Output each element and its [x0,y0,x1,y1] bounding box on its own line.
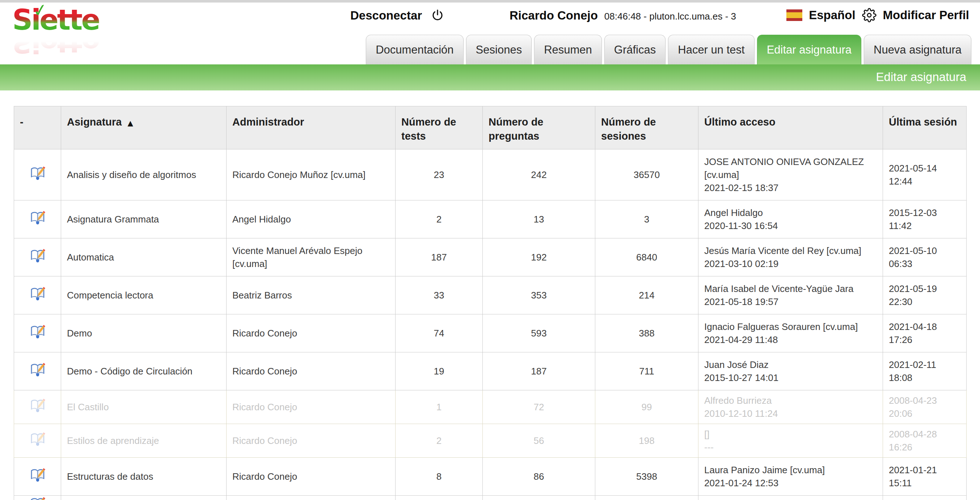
tab[interactable]: Nueva asignatura [864,35,971,64]
sort-asc-icon: ▲ [128,119,133,127]
edit-subject-book-icon[interactable] [29,165,46,182]
table-row: Demo - Código de Circulación Ricardo Con… [14,352,967,390]
cell-administrador [226,496,396,500]
table-row: Competencia lectora Beatriz Barros 33 35… [14,276,967,314]
cell-ultima-sesion: 2008-04-28 16:26 [883,424,967,458]
tab[interactable]: Gráficas [605,35,665,64]
column-header-numero-preguntas[interactable]: Número de preguntas [483,106,595,149]
cell-numero-preguntas: 353 [483,276,595,314]
cell-ultima-sesion: 2021-02-11 18:08 [883,352,967,390]
session-info: 08:46:48 - pluton.lcc.uma.es - 3 [605,11,736,22]
cell-administrador: Ricardo Conejo [226,352,396,390]
ultimo-acceso-fecha: 2021-04-29 11:48 [704,333,877,346]
cell-numero-tests: 2 [396,200,483,238]
edit-subject-book-icon[interactable] [29,324,46,340]
column-header-asignatura[interactable]: Asignatura ▲ [61,106,226,149]
cell-administrador: Ricardo Conejo [226,458,396,496]
cell-numero-tests: 8 [396,458,483,496]
cell-asignatura: El Castillo [61,390,226,424]
ultimo-acceso-usuario: Juan José Diaz [704,358,877,371]
cell-asignatura: Automatica [61,238,226,276]
cell-asignatura: Demo [61,314,226,352]
cell-numero-sesiones: 6840 [595,238,698,276]
cell-numero-tests: 1 [396,390,483,424]
siette-logo[interactable]: ✓ Siette Siette [12,6,107,56]
cell-ultimo-acceso: Angel Hidalgo 2020-11-30 16:54 [698,200,883,238]
cell-ultima-sesion: 2015-12-03 11:42 [883,200,967,238]
cell-numero-sesiones: 198 [595,424,698,458]
column-header-numero-tests[interactable]: Número de tests [396,106,483,149]
tab[interactable]: Documentación [366,35,463,64]
column-header-ultima-sesion[interactable]: Última sesión [883,106,967,149]
column-header-ultimo-acceso[interactable]: Último acceso [698,106,883,149]
column-header-blank: - [14,106,61,149]
header-right: Español Modificar Perfil [786,8,969,22]
cell-numero-sesiones: 388 [595,314,698,352]
modify-profile-button[interactable]: Modificar Perfil [883,8,969,22]
edit-subject-book-icon[interactable] [29,496,46,500]
cell-numero-preguntas: 192 [483,238,595,276]
cell-ultima-sesion: 2021-05-10 06:33 [883,238,967,276]
column-header-administrador[interactable]: Administrador [226,106,396,149]
table-body: Analisis y diseño de algoritmos Ricardo … [14,149,967,500]
tab[interactable]: Sesiones [466,35,532,64]
disconnect-button[interactable]: Desconectar [350,9,444,22]
cell-numero-tests: 187 [396,238,483,276]
cell-asignatura: Estructuras de datos [61,458,226,496]
ultimo-acceso-usuario: Alfredo Burrieza [704,394,877,407]
cell-ultima-sesion: 2021-01-21 15:11 [883,458,967,496]
tab[interactable]: Editar asignatura [757,35,861,64]
user-info: Ricardo Conejo 08:46:48 - pluton.lcc.uma… [509,9,736,22]
table-row: Estructuras de datos Ricardo Conejo 8 86… [14,458,967,496]
disconnect-label: Desconectar [350,9,422,22]
edit-subject-book-icon[interactable] [29,431,46,448]
cell-numero-tests: 74 [396,314,483,352]
tab[interactable]: Hacer un test [668,35,754,64]
ultimo-acceso-fecha: 2010-12-10 11:24 [704,407,877,420]
cell-administrador: Ricardo Conejo [226,390,396,424]
edit-subject-book-icon[interactable] [29,248,46,264]
cell-numero-sesiones: 711 [595,352,698,390]
main-tabs: Documentación Sesiones Resumen Gráficas … [363,35,971,64]
edit-subject-book-icon[interactable] [29,467,46,483]
ultimo-acceso-usuario: Angel Hidalgo [704,206,877,219]
edit-subject-book-icon[interactable] [29,286,46,302]
page-title: Editar asignatura [876,70,966,84]
cell-ultimo-acceso: María Isabel de Vicente-Yagüe Jara 2021-… [698,276,883,314]
table-row: Analisis y diseño de algoritmos Ricardo … [14,149,967,200]
cell-ultimo-acceso: Ignacio Falgueras Sorauren [cv.uma] 2021… [698,314,883,352]
language-label[interactable]: Español [809,8,855,22]
cell-ultimo-acceso: Jesús María Vicente del Rey [cv.uma] 202… [698,238,883,276]
window-top-strip [0,0,980,3]
ultimo-acceso-usuario: [] [704,428,877,441]
table-row: Estilos de aprendizaje Ricardo Conejo 2 … [14,424,967,458]
cell-numero-preguntas [483,496,595,500]
ultimo-acceso-usuario: Jesús María Vicente del Rey [cv.uma] [704,244,877,257]
cell-administrador: Ricardo Conejo [226,314,396,352]
cell-administrador: Ricardo Conejo Muñoz [cv.uma] [226,149,396,200]
cell-asignatura: Asignatura Grammata [61,200,226,238]
edit-subject-book-icon[interactable] [29,210,46,226]
cell-numero-preguntas: 72 [483,390,595,424]
cell-numero-tests: 33 [396,276,483,314]
gear-icon[interactable] [862,8,877,22]
ultimo-acceso-fecha: 2021-01-24 12:53 [704,476,877,489]
cell-ultimo-acceso: Alfredo Burrieza 2010-12-10 11:24 [698,390,883,424]
table-row: Asignatura Grammata Angel Hidalgo 2 13 3… [14,200,967,238]
tab[interactable]: Resumen [534,35,602,64]
power-icon [431,9,444,22]
cell-asignatura: Estilos de aprendizaje [61,424,226,458]
cell-asignatura: Competencia lectora [61,276,226,314]
edit-subject-book-icon[interactable] [29,397,46,414]
cell-ultimo-acceso [698,496,883,500]
cell-asignatura [61,496,226,500]
logo-reflection: Siette [12,28,107,56]
table-row: Demo Ricardo Conejo 74 593 388 Ignacio F… [14,314,967,352]
cell-ultima-sesion: 2021-05-14 12:44 [883,149,967,200]
cell-numero-preguntas: 86 [483,458,595,496]
cell-administrador: Angel Hidalgo [226,200,396,238]
table-row: Automatica Vicente Manuel Arévalo Espejo… [14,238,967,276]
column-header-numero-sesiones[interactable]: Número de sesiones [595,106,698,149]
cell-numero-sesiones: 99 [595,390,698,424]
edit-subject-book-icon[interactable] [29,362,46,378]
